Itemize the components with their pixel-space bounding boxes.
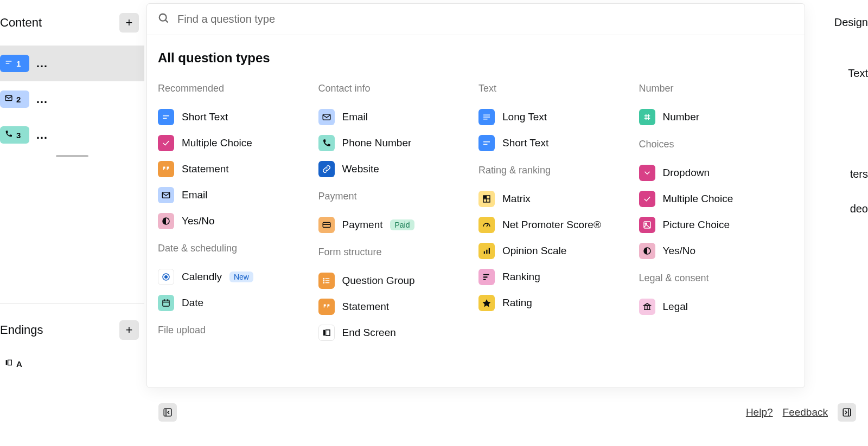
type-column: TextLong TextShort TextRating & rankingM…: [478, 83, 634, 346]
short-text-icon: [4, 58, 13, 69]
type-multiple-choice[interactable]: Multiple Choice: [639, 186, 794, 212]
svg-rect-13: [163, 300, 169, 306]
category-header: Form structure: [318, 247, 474, 258]
search-row: [147, 4, 805, 35]
ending-letter: A: [16, 359, 22, 369]
type-rating[interactable]: Rating: [478, 290, 634, 316]
svg-rect-26: [323, 330, 325, 336]
type-short-text[interactable]: Short Text: [478, 130, 634, 156]
type-calendly[interactable]: CalendlyNew: [158, 264, 313, 290]
hash-icon: [639, 109, 655, 125]
item-menu-icon[interactable]: …: [36, 128, 48, 142]
type-end-screen[interactable]: End Screen: [318, 320, 474, 346]
type-label: Picture Choice: [663, 219, 730, 231]
ending-pill: A: [0, 355, 29, 372]
feedback-link[interactable]: Feedback: [783, 406, 828, 418]
item-menu-icon[interactable]: …: [36, 56, 48, 70]
category-header: Payment: [318, 191, 474, 202]
search-icon: [158, 12, 170, 27]
type-label: Email: [342, 111, 368, 123]
type-label: Payment: [342, 219, 383, 231]
sidebar-item-3[interactable]: 3…: [0, 117, 144, 153]
check-icon: [158, 135, 174, 151]
svg-point-25: [323, 282, 324, 283]
type-question-group[interactable]: Question Group: [318, 268, 474, 294]
matrix-icon: [478, 191, 495, 207]
type-columns: RecommendedShort TextMultiple ChoiceStat…: [158, 83, 794, 346]
type-label: Multiple Choice: [182, 137, 252, 149]
footer-bar: Help? Feedback: [146, 398, 868, 426]
type-matrix[interactable]: Matrix: [478, 186, 634, 212]
type-label: Matrix: [502, 193, 531, 205]
calendly-icon: [158, 269, 174, 285]
collapse-right-button[interactable]: [838, 403, 856, 422]
type-label: Email: [182, 189, 208, 201]
sidebar-item-2[interactable]: 2…: [0, 81, 144, 117]
add-ending-button[interactable]: +: [119, 320, 139, 340]
email-icon: [158, 187, 174, 203]
svg-rect-39: [486, 250, 487, 254]
type-yes-no[interactable]: Yes/No: [158, 208, 313, 234]
half-circle-icon: [639, 243, 655, 259]
question-type-picker: All question types RecommendedShort Text…: [146, 3, 805, 388]
collapse-left-button[interactable]: [158, 403, 177, 422]
endings-label: Endings: [0, 323, 43, 337]
divider: [56, 155, 88, 157]
type-label: Legal: [663, 301, 688, 313]
type-date[interactable]: Date: [158, 290, 313, 316]
short-text-icon: [158, 109, 174, 125]
sidebar-item-1[interactable]: 1…: [0, 46, 144, 81]
tab-design[interactable]: Design: [834, 16, 868, 29]
type-label: Calendly: [182, 271, 222, 283]
picture-icon: [639, 217, 655, 233]
svg-point-5: [159, 14, 167, 21]
tab-text[interactable]: Text: [848, 67, 868, 80]
type-phone-number[interactable]: Phone Number: [318, 130, 474, 156]
help-link[interactable]: Help?: [746, 406, 773, 418]
type-email[interactable]: Email: [158, 182, 313, 208]
ranking-icon: [478, 269, 495, 285]
question-pill: 1: [0, 55, 29, 72]
item-menu-icon[interactable]: …: [36, 92, 48, 106]
type-payment[interactable]: PaymentPaid: [318, 212, 474, 238]
long-text-icon: [478, 109, 495, 125]
list-icon: [318, 273, 335, 289]
quote-icon: [318, 299, 335, 315]
type-label: Net Promoter Score®: [502, 219, 601, 231]
email-icon: [4, 94, 13, 105]
svg-rect-41: [483, 274, 489, 275]
type-label: Statement: [342, 301, 390, 313]
svg-rect-38: [484, 251, 485, 254]
type-statement[interactable]: Statement: [158, 156, 313, 182]
category-header: Number: [639, 83, 794, 94]
type-label: Phone Number: [342, 137, 412, 149]
category-header: Legal & consent: [639, 273, 794, 284]
question-pill: 2: [0, 91, 29, 108]
svg-rect-43: [483, 279, 486, 280]
search-input[interactable]: [177, 13, 794, 25]
add-question-button[interactable]: +: [119, 13, 139, 33]
type-dropdown[interactable]: Dropdown: [639, 160, 794, 186]
type-short-text[interactable]: Short Text: [158, 104, 313, 130]
gauge-icon: [478, 217, 495, 233]
ending-item[interactable]: A: [0, 352, 144, 376]
badge-new: New: [229, 272, 253, 282]
type-opinion-scale[interactable]: Opinion Scale: [478, 238, 634, 264]
type-long-text[interactable]: Long Text: [478, 104, 634, 130]
type-column: Contact infoEmailPhone NumberWebsitePaym…: [318, 83, 474, 346]
type-label: Rating: [502, 297, 532, 309]
type-legal[interactable]: Legal: [639, 294, 794, 320]
type-net-promoter-score-[interactable]: Net Promoter Score®: [478, 212, 634, 238]
panel-title: All question types: [158, 50, 794, 66]
chevron-down-icon: [639, 165, 655, 181]
type-website[interactable]: Website: [318, 156, 474, 182]
phone-icon: [318, 135, 335, 151]
question-pill: 3: [0, 126, 29, 144]
type-number[interactable]: Number: [639, 104, 794, 130]
type-ranking[interactable]: Ranking: [478, 264, 634, 290]
type-picture-choice[interactable]: Picture Choice: [639, 212, 794, 238]
type-email[interactable]: Email: [318, 104, 474, 130]
type-multiple-choice[interactable]: Multiple Choice: [158, 130, 313, 156]
type-statement[interactable]: Statement: [318, 294, 474, 320]
type-yes-no[interactable]: Yes/No: [639, 238, 794, 264]
